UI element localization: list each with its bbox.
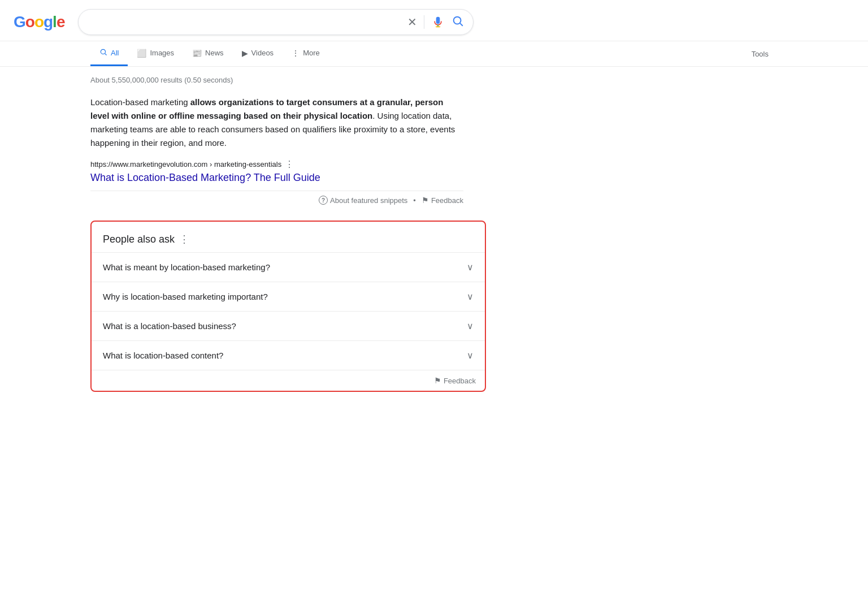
paa-question-row-3[interactable]: What is a location-based business? ∨ — [92, 312, 485, 340]
svg-line-1 — [461, 23, 463, 25]
snippet-feedback-label: Feedback — [431, 196, 463, 205]
snippet-link[interactable]: What is Location-Based Marketing? The Fu… — [90, 172, 463, 184]
tab-more-label: More — [303, 49, 320, 57]
about-snippets-label: About featured snippets — [330, 196, 407, 205]
google-logo: Google — [14, 13, 64, 31]
tab-images-label: Images — [150, 49, 174, 57]
about-snippets-button[interactable]: ? About featured snippets — [319, 196, 407, 205]
search-divider — [424, 15, 424, 29]
paa-title: People also ask — [103, 234, 175, 245]
paa-question-1: What is meant by location-based marketin… — [103, 262, 270, 272]
search-button[interactable] — [452, 15, 464, 30]
people-also-ask-box: People also ask ⋮ What is meant by locat… — [90, 221, 486, 392]
tab-videos-label: Videos — [251, 49, 274, 57]
snippet-url: https://www.marketingevolution.com › mar… — [90, 160, 281, 169]
paa-question-row-4[interactable]: What is location-based content? ∨ — [92, 341, 485, 370]
paa-item-2: Why is location-based marketing importan… — [92, 282, 485, 311]
paa-question-row-2[interactable]: Why is location-based marketing importan… — [92, 282, 485, 311]
main-content: About 5,550,000,000 results (0.50 second… — [0, 67, 509, 401]
paa-flag-icon: ⚑ — [434, 376, 441, 385]
paa-question-row-1[interactable]: What is meant by location-based marketin… — [92, 253, 485, 282]
header: Google location based marketing definiti… — [0, 0, 868, 41]
more-tab-icon: ⋮ — [292, 49, 300, 58]
paa-chevron-1: ∨ — [467, 262, 474, 273]
mic-icon[interactable] — [431, 15, 445, 29]
tab-all-label: All — [111, 49, 119, 57]
tab-videos[interactable]: ▶ Videos — [233, 42, 283, 66]
paa-feedback-label: Feedback — [444, 377, 476, 385]
result-stats: About 5,550,000,000 results (0.50 second… — [90, 76, 509, 84]
paa-feedback-button[interactable]: ⚑ Feedback — [434, 376, 476, 385]
question-circle-icon: ? — [319, 196, 328, 205]
paa-item-4: What is location-based content? ∨ — [92, 340, 485, 370]
snippet-source: https://www.marketingevolution.com › mar… — [90, 159, 463, 170]
news-tab-icon: 📰 — [192, 49, 202, 58]
tab-news-label: News — [205, 49, 224, 57]
search-input[interactable]: location based marketing definition — [88, 17, 403, 27]
footer-dot-separator: • — [413, 196, 416, 205]
search-bar: location based marketing definition ✕ — [78, 9, 474, 35]
search-tab-icon — [99, 48, 107, 58]
search-bar-icons: ✕ — [407, 15, 464, 30]
paa-header: People also ask ⋮ — [92, 222, 485, 252]
tab-more[interactable]: ⋮ More — [283, 42, 329, 66]
paa-question-2: Why is location-based marketing importan… — [103, 292, 268, 301]
paa-chevron-4: ∨ — [467, 350, 474, 361]
paa-question-4: What is location-based content? — [103, 351, 223, 360]
tools-button[interactable]: Tools — [743, 43, 778, 65]
snippet-text-before: Location-based marketing — [90, 97, 190, 107]
paa-footer: ⚑ Feedback — [92, 370, 485, 391]
paa-chevron-3: ∨ — [467, 321, 474, 331]
tab-all[interactable]: All — [90, 41, 128, 66]
tab-news[interactable]: 📰 News — [183, 42, 233, 66]
tab-images[interactable]: ⬜ Images — [128, 42, 183, 66]
paa-item-1: What is meant by location-based marketin… — [92, 252, 485, 282]
paa-question-3: What is a location-based business? — [103, 321, 236, 331]
snippet-text: Location-based marketing allows organiza… — [90, 96, 463, 150]
featured-snippet: Location-based marketing allows organiza… — [90, 96, 463, 209]
snippet-footer: ? About featured snippets • ⚑ Feedback — [90, 191, 463, 209]
paa-chevron-2: ∨ — [467, 291, 474, 302]
snippet-feedback-button[interactable]: ⚑ Feedback — [422, 196, 463, 205]
videos-tab-icon: ▶ — [242, 49, 248, 58]
images-tab-icon: ⬜ — [137, 49, 146, 58]
nav-tabs: All ⬜ Images 📰 News ▶ Videos ⋮ More Tool… — [0, 41, 868, 67]
clear-icon[interactable]: ✕ — [407, 16, 417, 28]
snippet-options-icon[interactable]: ⋮ — [285, 159, 294, 170]
paa-options-icon[interactable]: ⋮ — [179, 233, 189, 245]
svg-line-3 — [105, 54, 107, 55]
paa-item-3: What is a location-based business? ∨ — [92, 311, 485, 340]
flag-icon: ⚑ — [422, 196, 429, 205]
